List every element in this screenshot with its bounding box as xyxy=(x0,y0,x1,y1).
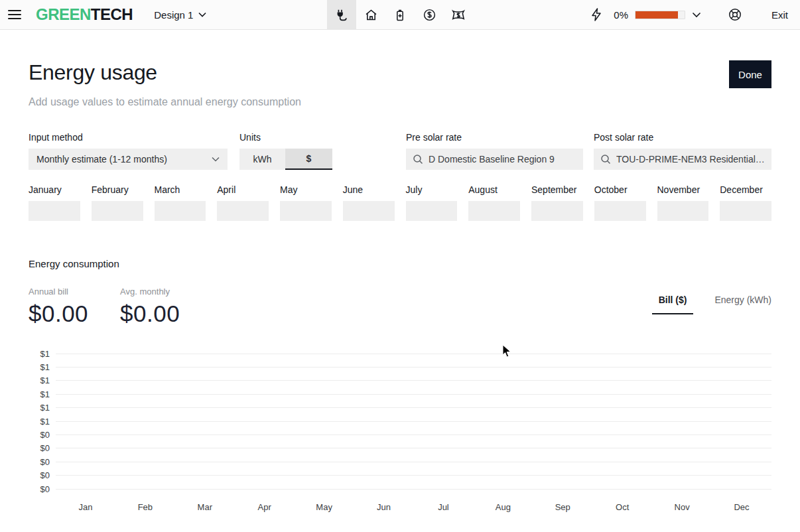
help-button[interactable] xyxy=(728,7,742,22)
gridline xyxy=(56,407,771,408)
month-field-may: May xyxy=(280,184,332,221)
month-input-december[interactable] xyxy=(720,201,771,221)
avg-monthly-value: $0.00 xyxy=(120,300,180,327)
x-tick: Feb xyxy=(115,502,175,512)
tab-pricing[interactable] xyxy=(415,0,444,30)
y-tick: $0 xyxy=(29,457,50,467)
chart-tabs: Bill ($) Energy (kWh) xyxy=(652,295,771,314)
month-field-november: November xyxy=(657,184,709,221)
plug-icon xyxy=(334,8,349,23)
dollar-coin-icon xyxy=(423,8,436,22)
y-tick: $1 xyxy=(29,417,50,427)
progress-bar xyxy=(635,11,685,19)
y-tick: $0 xyxy=(29,470,50,480)
gridline xyxy=(56,475,771,476)
month-input-march[interactable] xyxy=(155,201,206,221)
month-field-january: January xyxy=(29,184,80,221)
gridline xyxy=(56,394,771,395)
month-input-august[interactable] xyxy=(468,201,520,221)
month-input-february[interactable] xyxy=(92,201,143,221)
month-field-april: April xyxy=(217,184,269,221)
y-tick: $0 xyxy=(29,430,50,440)
brand-green: GREEN xyxy=(36,5,91,23)
y-tick: $1 xyxy=(29,403,50,413)
month-input-july[interactable] xyxy=(406,201,458,221)
menu-icon[interactable] xyxy=(8,10,21,19)
progress-fill xyxy=(635,11,678,19)
input-method-value: Monthly estimate (1-12 months) xyxy=(36,154,167,165)
design-selector-label: Design 1 xyxy=(154,9,193,21)
usage-chart: $1 $1 $1 $1 $1 $1 $0 $0 $0 $0 $0 Jan Feb… xyxy=(29,347,771,532)
month-input-october[interactable] xyxy=(594,201,646,221)
design-toolbar xyxy=(327,0,473,30)
month-input-april[interactable] xyxy=(217,201,269,221)
y-tick: $1 xyxy=(29,349,50,359)
completion-progress[interactable]: 0% xyxy=(614,9,701,21)
search-icon xyxy=(600,154,611,165)
x-tick: May xyxy=(295,502,354,512)
tab-bill[interactable]: Bill ($) xyxy=(652,295,694,314)
incentive-banner-icon xyxy=(450,9,466,22)
y-tick: $1 xyxy=(29,389,50,399)
gridline xyxy=(56,367,771,367)
units-dollar-button[interactable]: $ xyxy=(285,149,332,170)
tab-incentives[interactable] xyxy=(444,0,473,30)
units-toggle: kWh $ xyxy=(239,149,332,170)
month-input-november[interactable] xyxy=(657,201,709,221)
x-axis-labels: Jan Feb Mar Apr May Jun Jul Aug Sep Oct … xyxy=(56,502,771,512)
x-tick: Nov xyxy=(652,502,712,512)
design-selector[interactable]: Design 1 xyxy=(154,9,206,21)
annual-bill-stat: Annual bill $0.00 xyxy=(29,287,88,327)
done-button[interactable]: Done xyxy=(729,60,771,88)
month-field-july: July xyxy=(406,184,458,221)
progress-chevron-icon[interactable] xyxy=(692,12,701,18)
month-field-september: September xyxy=(531,184,583,221)
tab-energy[interactable]: Energy (kWh) xyxy=(714,295,771,314)
gridline xyxy=(56,489,771,490)
x-tick: Jul xyxy=(413,502,473,512)
month-input-january[interactable] xyxy=(29,201,80,221)
month-field-october: October xyxy=(594,184,646,221)
tab-energy-usage[interactable] xyxy=(327,0,356,30)
month-input-may[interactable] xyxy=(280,201,332,221)
x-tick: Jun xyxy=(354,502,414,512)
x-tick: Apr xyxy=(235,502,295,512)
units-kwh-button[interactable]: kWh xyxy=(239,149,285,170)
top-navbar: GREENTECH Design 1 xyxy=(0,0,800,30)
x-tick: Oct xyxy=(592,502,652,512)
battery-icon xyxy=(393,8,407,23)
gridline xyxy=(56,462,771,462)
brand-logo: GREENTECH xyxy=(36,5,133,24)
tab-battery[interactable] xyxy=(385,0,415,30)
post-solar-rate-input[interactable]: TOU-D-PRIME-NEM3 Residential ... xyxy=(594,149,771,170)
chevron-down-icon xyxy=(212,157,220,162)
home-icon xyxy=(364,8,378,22)
energy-consumption-heading: Energy consumption xyxy=(29,258,771,269)
month-input-june[interactable] xyxy=(343,201,395,221)
month-field-march: March xyxy=(155,184,206,221)
x-tick: Sep xyxy=(533,502,592,512)
y-tick: $0 xyxy=(29,484,50,494)
brand-dark: TECH xyxy=(91,5,133,23)
y-tick: $1 xyxy=(29,375,50,385)
life-buoy-icon xyxy=(728,7,742,22)
pre-solar-rate-value: D Domestic Baseline Region 9 xyxy=(429,154,576,165)
energy-usage-page: Energy usage Done Add usage values to es… xyxy=(0,60,800,532)
gridline xyxy=(56,421,771,422)
search-icon xyxy=(413,154,423,165)
month-field-february: February xyxy=(92,184,143,221)
month-input-september[interactable] xyxy=(531,201,583,221)
month-field-august: August xyxy=(468,184,520,221)
avg-monthly-stat: Avg. monthly $0.00 xyxy=(120,287,180,327)
gridline xyxy=(56,434,771,435)
x-tick: Aug xyxy=(473,502,533,512)
pre-solar-rate-input[interactable]: D Domestic Baseline Region 9 xyxy=(406,149,583,170)
tab-home[interactable] xyxy=(356,0,385,30)
exit-button[interactable]: Exit xyxy=(771,9,788,21)
lightning-icon[interactable] xyxy=(591,8,602,21)
pre-solar-rate-label: Pre solar rate xyxy=(406,132,583,143)
input-method-dropdown[interactable]: Monthly estimate (1-12 months) xyxy=(29,149,228,170)
post-solar-rate-value: TOU-D-PRIME-NEM3 Residential ... xyxy=(616,154,765,165)
gridline xyxy=(56,380,771,381)
gridline xyxy=(56,354,771,354)
